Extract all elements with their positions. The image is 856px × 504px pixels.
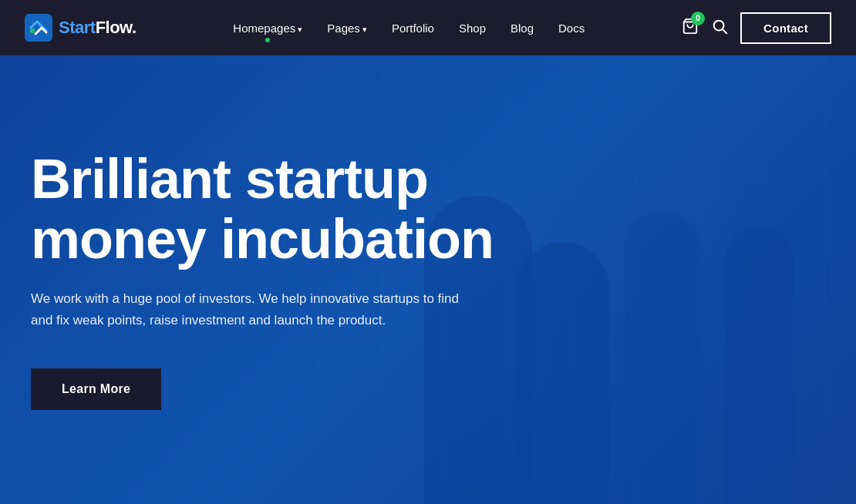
svg-line-4 <box>723 29 726 33</box>
nav-active-dot <box>265 38 270 42</box>
hero-title-line2: money incubation <box>31 208 494 270</box>
svg-rect-0 <box>25 14 52 42</box>
nav-item-pages[interactable]: Pages <box>316 15 378 41</box>
nav-item-shop[interactable]: Shop <box>448 15 497 41</box>
nav-right: 0 Contact <box>682 12 831 44</box>
hero-title: Brilliant startup money incubation <box>31 150 494 270</box>
nav-links: Homepages Pages Portfolio Shop Blog Docs <box>222 15 595 41</box>
cart-badge: 0 <box>691 12 705 25</box>
svg-point-1 <box>30 29 35 33</box>
logo-icon <box>25 14 52 42</box>
nav-item-docs[interactable]: Docs <box>548 15 595 41</box>
cart-icon[interactable]: 0 <box>682 18 699 39</box>
nav-link-blog[interactable]: Blog <box>500 15 544 41</box>
contact-button[interactable]: Contact <box>740 12 831 44</box>
nav-link-docs[interactable]: Docs <box>548 15 595 41</box>
search-icon[interactable] <box>711 18 728 39</box>
navbar: StartFlow. Homepages Pages Portfolio Sho… <box>0 0 856 55</box>
hero-subtitle: We work with a huge pool of investors. W… <box>31 288 478 331</box>
nav-link-pages[interactable]: Pages <box>316 15 378 41</box>
logo-start: Start <box>59 18 96 37</box>
learn-more-button[interactable]: Learn More <box>31 368 161 410</box>
logo[interactable]: StartFlow. <box>25 14 136 42</box>
hero-section: Brilliant startup money incubation We wo… <box>0 55 856 504</box>
hero-content: Brilliant startup money incubation We wo… <box>0 150 524 410</box>
nav-link-portfolio[interactable]: Portfolio <box>381 15 445 41</box>
logo-end: Flow. <box>96 18 136 37</box>
logo-text: StartFlow. <box>59 18 136 38</box>
nav-link-shop[interactable]: Shop <box>448 15 497 41</box>
nav-item-homepages[interactable]: Homepages <box>222 15 313 41</box>
nav-item-portfolio[interactable]: Portfolio <box>381 15 445 41</box>
nav-item-blog[interactable]: Blog <box>500 15 544 41</box>
hero-title-line1: Brilliant startup <box>31 148 428 210</box>
